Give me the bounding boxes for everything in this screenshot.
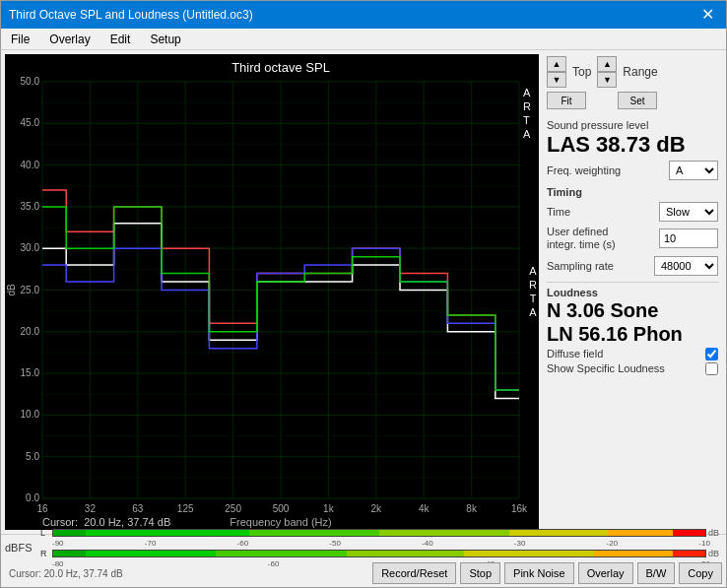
spl-section: Sound pressure level LAS 38.73 dB Freq. …	[547, 119, 718, 180]
time-select[interactable]: Fast Slow Impulse	[659, 202, 718, 222]
right-panel: ▲ ▼ Top ▲ ▼ Range Fit Set Sound pressure…	[539, 50, 726, 534]
l-db-label: dB	[708, 528, 722, 538]
tick-10: -10	[698, 539, 710, 548]
button-row: Cursor: 20.0 Hz, 37.74 dB Record/Reset S…	[1, 560, 726, 586]
fit-button[interactable]: Fit	[547, 92, 586, 109]
spl-section-title: Sound pressure level	[547, 119, 718, 131]
overlay-button[interactable]: Overlay	[578, 562, 633, 584]
time-row: Time Fast Slow Impulse	[547, 202, 718, 222]
tick-90: -90	[52, 539, 64, 548]
show-specific-row: Show Specific Loudness	[547, 362, 718, 375]
menu-bar: File Overlay Edit Setup	[1, 29, 726, 50]
user-defined-label: User definedintegr. time (s)	[547, 226, 616, 251]
diffuse-field-checkbox[interactable]	[705, 348, 718, 360]
time-label: Time	[547, 206, 570, 218]
tick-40: -40	[422, 539, 433, 548]
freq-weighting-row: Freq. weighting A B C Z	[547, 161, 718, 180]
tick-70: -70	[145, 539, 157, 548]
fit-controls: Fit Set	[547, 92, 718, 109]
range-up-button[interactable]: ▲	[597, 56, 617, 72]
record-reset-button[interactable]: Record/Reset	[372, 562, 456, 584]
sampling-rate-row: Sampling rate 44100 48000 96000	[547, 256, 718, 276]
level-meter-row: dBFS L dB	[1, 535, 726, 560]
r-db-label: dB	[708, 549, 722, 558]
tick-50: -50	[329, 539, 341, 548]
timing-title: Timing	[547, 186, 718, 198]
range-label: Range	[623, 65, 657, 79]
top-nav-group: ▲ ▼	[547, 56, 566, 88]
menu-file[interactable]: File	[5, 31, 35, 48]
show-specific-checkbox[interactable]	[705, 362, 718, 375]
title-bar: Third Octave SPL and Loudness (Untitled.…	[1, 1, 726, 29]
freq-weighting-label: Freq. weighting	[547, 164, 621, 176]
ln-value: LN 56.16 Phon	[547, 322, 718, 346]
copy-button[interactable]: Copy	[679, 562, 722, 584]
channel-r-label: R	[40, 549, 50, 558]
menu-overlay[interactable]: Overlay	[43, 31, 96, 48]
loudness-title: Loudness	[547, 287, 718, 298]
sampling-rate-label: Sampling rate	[547, 260, 614, 272]
chart-area: ARTA	[5, 54, 539, 530]
sampling-rate-select[interactable]: 44100 48000 96000	[654, 256, 718, 276]
bw-button[interactable]: B/W	[637, 562, 676, 584]
range-nav-group: ▲ ▼	[597, 56, 617, 88]
top-up-button[interactable]: ▲	[547, 56, 566, 72]
close-button[interactable]: ✕	[697, 7, 718, 23]
set-button[interactable]: Set	[618, 92, 657, 109]
nav-controls: ▲ ▼ Top ▲ ▼ Range	[547, 56, 718, 88]
user-defined-input[interactable]	[659, 229, 718, 248]
show-specific-label: Show Specific Loudness	[547, 362, 665, 374]
tick-60: -60	[237, 539, 249, 548]
bottom-bar: dBFS L dB	[1, 534, 726, 587]
spl-chart-canvas	[5, 54, 539, 530]
chart-wrapper: ARTA	[5, 54, 539, 530]
main-content: ARTA ▲ ▼ Top ▲ ▼ Range Fit Set	[1, 50, 726, 534]
loudness-section: Loudness N 3.06 Sone LN 56.16 Phon Diffu…	[547, 282, 718, 375]
spl-value: LAS 38.73 dB	[547, 133, 718, 157]
dbfs-label: dBFS	[5, 542, 36, 554]
stop-button[interactable]: Stop	[460, 562, 500, 584]
window-title: Third Octave SPL and Loudness (Untitled.…	[9, 8, 253, 22]
diffuse-field-row: Diffuse field	[547, 348, 718, 360]
timing-section: Timing Time Fast Slow Impulse User defin…	[547, 186, 718, 275]
diffuse-field-label: Diffuse field	[547, 348, 603, 359]
tick-20: -20	[607, 539, 619, 548]
n-value: N 3.06 Sone	[547, 298, 718, 322]
tick-30: -30	[514, 539, 526, 548]
menu-setup[interactable]: Setup	[144, 31, 186, 48]
top-down-button[interactable]: ▼	[547, 72, 566, 88]
range-down-button[interactable]: ▼	[597, 72, 617, 88]
main-window: Third Octave SPL and Loudness (Untitled.…	[0, 0, 727, 588]
cursor-text: Cursor: 20.0 Hz, 37.74 dB	[5, 568, 368, 579]
arta-label: ARTA	[529, 264, 537, 320]
user-defined-row: User definedintegr. time (s)	[547, 226, 718, 251]
menu-edit[interactable]: Edit	[104, 31, 137, 48]
pink-noise-button[interactable]: Pink Noise	[504, 562, 574, 584]
top-label: Top	[572, 65, 591, 79]
freq-weighting-select[interactable]: A B C Z	[669, 161, 718, 180]
